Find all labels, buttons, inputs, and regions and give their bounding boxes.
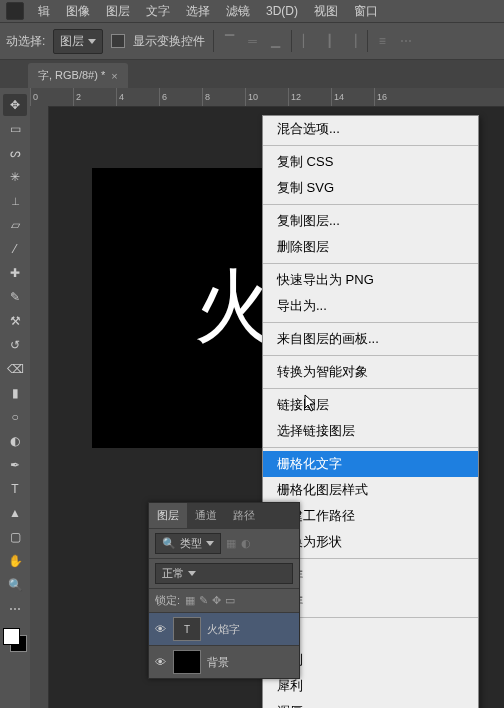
- context-menu-item[interactable]: 混合选项...: [263, 116, 478, 142]
- context-menu-item[interactable]: 选择链接图层: [263, 418, 478, 444]
- layer-name[interactable]: 火焰字: [207, 622, 240, 637]
- divider: [213, 30, 214, 52]
- menu-view[interactable]: 视图: [308, 1, 344, 22]
- document-tab-bar: 字, RGB/8#) * ×: [0, 60, 504, 88]
- context-menu-item[interactable]: 栅格化文字: [263, 451, 478, 477]
- ruler-vertical: [30, 106, 49, 708]
- type-tool[interactable]: T: [3, 478, 27, 500]
- chevron-down-icon: [206, 541, 214, 546]
- document-tab[interactable]: 字, RGB/8#) * ×: [28, 63, 128, 88]
- menu-edit[interactable]: 辑: [32, 1, 56, 22]
- crop-tool[interactable]: ⟂: [3, 190, 27, 212]
- show-transform-checkbox[interactable]: [111, 34, 125, 48]
- auto-select-value: 图层: [60, 33, 84, 50]
- zoom-tool[interactable]: 🔍: [3, 574, 27, 596]
- visibility-icon[interactable]: 👁: [153, 622, 167, 636]
- context-menu-item[interactable]: 来自图层的画板...: [263, 326, 478, 352]
- move-tool[interactable]: ✥: [3, 94, 27, 116]
- ruler-tick: 0: [30, 88, 73, 106]
- ruler-tick: 12: [288, 88, 331, 106]
- align-vcenter-icon[interactable]: ═: [245, 34, 260, 48]
- marquee-tool[interactable]: ▭: [3, 118, 27, 140]
- auto-select-label: 动选择:: [6, 33, 45, 50]
- pen-tool[interactable]: ✒: [3, 454, 27, 476]
- context-menu-item[interactable]: 复制图层...: [263, 208, 478, 234]
- lock-artboard-icon[interactable]: ▭: [225, 594, 235, 607]
- blend-mode-dropdown[interactable]: 正常: [155, 563, 293, 584]
- align-top-icon[interactable]: ▔: [222, 34, 237, 48]
- tab-paths[interactable]: 路径: [225, 503, 263, 528]
- panel-tabs: 图层 通道 路径: [149, 503, 299, 528]
- context-menu-item[interactable]: 删除图层: [263, 234, 478, 260]
- menu-window[interactable]: 窗口: [348, 1, 384, 22]
- lock-paint-icon[interactable]: ✎: [199, 594, 208, 607]
- path-select-tool[interactable]: ▲: [3, 502, 27, 524]
- menu-layer[interactable]: 图层: [100, 1, 136, 22]
- filter-image-icon[interactable]: ▦: [226, 537, 236, 550]
- context-menu-item[interactable]: 转换为智能对象: [263, 359, 478, 385]
- magic-wand-tool[interactable]: ✳: [3, 166, 27, 188]
- layer-row[interactable]: 👁 T 火焰字: [149, 612, 299, 645]
- layer-name[interactable]: 背景: [207, 655, 229, 670]
- context-menu-item[interactable]: 栅格化图层样式: [263, 477, 478, 503]
- clone-stamp-tool[interactable]: ⚒: [3, 310, 27, 332]
- context-menu-item[interactable]: 复制 SVG: [263, 175, 478, 201]
- context-menu-item[interactable]: 导出为...: [263, 293, 478, 319]
- lock-label: 锁定:: [155, 593, 180, 608]
- blur-tool[interactable]: ○: [3, 406, 27, 428]
- layer-thumbnail[interactable]: [173, 650, 201, 674]
- ruler-tick: 6: [159, 88, 202, 106]
- brush-tool[interactable]: ✎: [3, 286, 27, 308]
- filter-kind-dropdown[interactable]: 🔍 类型: [155, 533, 221, 554]
- close-icon[interactable]: ×: [111, 70, 117, 82]
- ruler-tick: 16: [374, 88, 417, 106]
- divider: [291, 30, 292, 52]
- lasso-tool[interactable]: ᔕ: [3, 142, 27, 164]
- rectangle-tool[interactable]: ▢: [3, 526, 27, 548]
- align-right-icon[interactable]: ▕: [344, 34, 359, 48]
- show-transform-label: 显示变换控件: [133, 33, 205, 50]
- frame-tool[interactable]: ▱: [3, 214, 27, 236]
- ruler-tick: 10: [245, 88, 288, 106]
- align-left-icon[interactable]: ▏: [300, 34, 315, 48]
- context-menu-item[interactable]: 浑厚: [263, 699, 478, 708]
- menu-bar: 辑 图像 图层 文字 选择 滤镜 3D(D) 视图 窗口: [0, 0, 504, 22]
- lock-position-icon[interactable]: ✥: [212, 594, 221, 607]
- context-menu-item[interactable]: 快速导出为 PNG: [263, 267, 478, 293]
- align-hcenter-icon[interactable]: ┃: [323, 34, 336, 48]
- context-menu-item[interactable]: 链接图层: [263, 392, 478, 418]
- healing-brush-tool[interactable]: ✚: [3, 262, 27, 284]
- history-brush-tool[interactable]: ↺: [3, 334, 27, 356]
- tab-channels[interactable]: 通道: [187, 503, 225, 528]
- gradient-tool[interactable]: ▮: [3, 382, 27, 404]
- ruler-tick: 4: [116, 88, 159, 106]
- more-icon[interactable]: ⋯: [397, 34, 415, 48]
- context-menu-item[interactable]: 复制 CSS: [263, 149, 478, 175]
- tab-layers[interactable]: 图层: [149, 503, 187, 528]
- dodge-tool[interactable]: ◐: [3, 430, 27, 452]
- menu-filter[interactable]: 滤镜: [220, 1, 256, 22]
- ruler-tick: 2: [73, 88, 116, 106]
- lock-pixels-icon[interactable]: ▦: [185, 594, 195, 607]
- hand-tool[interactable]: ✋: [3, 550, 27, 572]
- eyedropper-tool[interactable]: ⁄: [3, 238, 27, 260]
- menu-select[interactable]: 选择: [180, 1, 216, 22]
- color-swatches[interactable]: [3, 628, 27, 652]
- fg-color-swatch[interactable]: [3, 628, 20, 645]
- blend-mode-value: 正常: [162, 566, 184, 581]
- menu-type[interactable]: 文字: [140, 1, 176, 22]
- distribute-icon[interactable]: ≡: [376, 34, 389, 48]
- layers-panel: 图层 通道 路径 🔍 类型 ▦ ◐ 正常 锁定: ▦ ✎ ✥: [148, 502, 300, 679]
- menu-3d[interactable]: 3D(D): [260, 2, 304, 20]
- filter-adjust-icon[interactable]: ◐: [241, 537, 251, 550]
- auto-select-dropdown[interactable]: 图层: [53, 29, 103, 54]
- layer-thumbnail[interactable]: T: [173, 617, 201, 641]
- align-bottom-icon[interactable]: ▁: [268, 34, 283, 48]
- layer-row[interactable]: 👁 背景: [149, 645, 299, 678]
- eraser-tool[interactable]: ⌫: [3, 358, 27, 380]
- ruler-tick: 8: [202, 88, 245, 106]
- visibility-icon[interactable]: 👁: [153, 655, 167, 669]
- filter-kind-value: 类型: [180, 536, 202, 551]
- edit-toolbar[interactable]: ⋯: [3, 598, 27, 620]
- menu-image[interactable]: 图像: [60, 1, 96, 22]
